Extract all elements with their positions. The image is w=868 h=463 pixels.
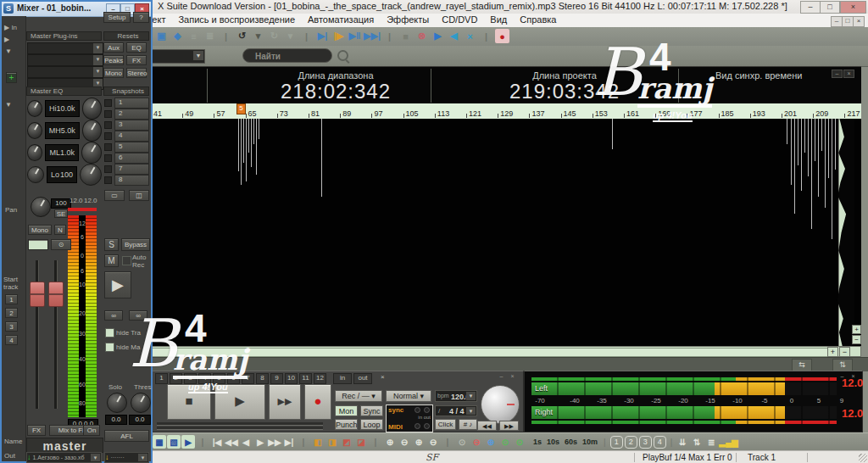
mix-on-button[interactable]: On — [83, 425, 100, 436]
stop-button[interactable]: ■ — [167, 384, 211, 420]
record-lips-icon[interactable]: ● — [495, 29, 509, 43]
aux-out-dropdown[interactable]: ↓ ······· ▼ — [104, 452, 149, 463]
output-device-dropdown[interactable]: ↓ 1.Аегзово - зазо.хб ▼ — [26, 452, 102, 463]
spectrum-icon[interactable]: ▂▄▆ — [719, 435, 737, 449]
list-icon[interactable]: ≣ — [203, 29, 217, 43]
swap-view-icon[interactable]: ⇆ — [792, 359, 812, 371]
sync-button[interactable]: Sync — [360, 405, 383, 416]
metronome-settings-button[interactable]: # ♪ — [459, 419, 477, 430]
reset-button[interactable]: Peaks — [103, 55, 124, 65]
marker-in-button[interactable]: in — [333, 373, 352, 384]
marker-button[interactable]: 12 — [314, 373, 326, 384]
n-button[interactable]: N — [54, 225, 66, 235]
fx-button[interactable]: FX — [27, 425, 46, 436]
nudge-forward-button[interactable]: ▶▶ — [499, 421, 519, 431]
reset-button[interactable]: EQ — [126, 42, 147, 53]
redo-caret-icon[interactable]: ▾ — [283, 29, 298, 43]
mute-button[interactable]: M — [104, 254, 119, 267]
close-button[interactable]: × — [840, 1, 866, 14]
reset-button[interactable]: FX — [126, 55, 147, 65]
zoom-out-all-icon[interactable]: ⊖ — [470, 435, 483, 449]
zoom-in-icon[interactable]: ⊕ — [383, 435, 397, 449]
snapshot-save-icon[interactable]: ◫ — [129, 190, 149, 201]
manager-icon[interactable]: ◈ — [170, 29, 185, 43]
reset-button[interactable]: Stereo — [126, 68, 147, 78]
collapse-eq-icon[interactable]: ▼ — [5, 101, 12, 109]
search-input[interactable]: Найти — [242, 48, 332, 63]
step-back-icon[interactable]: ◀ — [239, 435, 253, 449]
eq-freq-knob[interactable] — [82, 120, 102, 142]
eq-gain-knob[interactable] — [27, 100, 42, 117]
plugin-slot[interactable]: ▼ — [27, 42, 103, 54]
mdi-restore-button[interactable]: □ — [842, 16, 854, 27]
snapshot-button[interactable]: 3 — [114, 120, 149, 131]
snapshot-button[interactable]: 2 — [114, 109, 149, 120]
stop-disabled-icon[interactable]: ■ — [398, 29, 413, 43]
marker-button[interactable]: 8 — [256, 373, 269, 384]
zoom-selection-icon[interactable]: ⊙ — [498, 435, 512, 449]
rewind-icon[interactable]: ◀◀ — [225, 435, 238, 449]
chevron-down-icon[interactable]: ▼ — [91, 454, 100, 461]
next-marker-icon[interactable]: ◪ — [354, 435, 368, 449]
pan-knob[interactable] — [31, 197, 51, 217]
marker-button[interactable]: 9 — [270, 373, 283, 384]
scrub-bar[interactable] — [157, 422, 323, 426]
zoom-preset-button[interactable]: 10s — [544, 438, 562, 446]
play-cursor-icon[interactable]: ▶| — [315, 29, 330, 43]
plugins-header[interactable]: Master Plug-ins — [26, 31, 102, 41]
marker-button[interactable]: 11 — [299, 373, 312, 384]
reset-button[interactable]: Mono — [103, 68, 124, 78]
play-range-icon[interactable]: |▶ — [331, 29, 346, 43]
clip-indicator[interactable] — [68, 208, 97, 211]
eq-header[interactable]: Master EQ — [26, 86, 102, 96]
transport-minimize-button[interactable]: – — [497, 373, 506, 380]
se-button[interactable]: SE — [54, 209, 68, 218]
chevron-down-icon[interactable]: ▼ — [93, 43, 103, 53]
mono-button[interactable]: Mono — [28, 225, 52, 235]
start-track-button[interactable]: 2 — [5, 308, 18, 318]
routing-icon[interactable]: ⊙ — [51, 239, 71, 250]
zoom-all-icon[interactable]: ⊙ — [513, 435, 526, 449]
zoom-preset-button[interactable]: 60s — [562, 438, 580, 446]
snapshot-button[interactable]: 8 — [114, 175, 149, 186]
vertical-zoom-out-button[interactable]: − — [852, 335, 861, 344]
menu-item[interactable]: CD/DVD — [442, 14, 477, 25]
click-button[interactable]: Click — [435, 419, 456, 430]
play-next-icon[interactable]: ▶▶| — [364, 29, 381, 43]
loop-button[interactable]: Loop — [360, 419, 383, 430]
scrollbar-thumb[interactable] — [152, 348, 830, 357]
scrub-stop-icon[interactable]: × — [463, 29, 477, 43]
goto-end-icon[interactable]: ▶| — [282, 435, 296, 449]
fader-handle-right[interactable] — [48, 282, 64, 307]
snapshot-indicator[interactable] — [104, 121, 112, 129]
redo-icon[interactable]: ↻ — [267, 29, 281, 43]
snapshot-load-icon[interactable]: ▭ — [104, 190, 125, 201]
ruler-marker[interactable]: 5 — [236, 103, 246, 114]
eq-gain-knob[interactable] — [27, 122, 42, 139]
zoom-out-icon[interactable]: ⊖ — [398, 435, 411, 449]
horizontal-scrollbar[interactable]: + − — [149, 346, 861, 357]
mdi-minimize-button[interactable]: – — [831, 16, 843, 27]
playback-speed-knob[interactable] — [481, 385, 520, 424]
tempo-mode-dropdown[interactable]: Normal ▾ — [386, 390, 431, 402]
punch-button[interactable]: Punch — [335, 419, 358, 430]
add-plugin-button[interactable]: + — [6, 72, 17, 83]
eq-gain-knob[interactable] — [27, 144, 42, 161]
vertical-zoom-in-button[interactable]: + — [852, 325, 861, 334]
zoom-snapshot-button[interactable]: 4 — [654, 436, 666, 449]
zoom-preset-button[interactable]: 1s — [531, 438, 544, 446]
phase-button[interactable] — [28, 239, 48, 250]
snapshot-button[interactable]: 1 — [114, 98, 149, 109]
marker-button[interactable]: 5 — [213, 373, 225, 384]
chevron-down-icon[interactable]: ▼ — [138, 454, 147, 461]
search-icon[interactable] — [337, 50, 348, 61]
collapse-plugins-icon[interactable]: ▼ — [5, 47, 12, 55]
set-marker-icon[interactable]: ◩ — [340, 435, 353, 449]
setup-button[interactable]: Setup — [103, 12, 131, 23]
scrub-bar[interactable] — [157, 427, 323, 430]
play-record-mode-icon[interactable]: ▶ — [181, 435, 195, 449]
fast-forward-button[interactable]: ▶▶ — [269, 384, 301, 420]
range-start-marker-icon[interactable]: ◧ — [311, 435, 325, 449]
marker-strip-close-icon[interactable]: × — [381, 373, 385, 381]
marker-button[interactable]: 6 — [227, 373, 240, 384]
